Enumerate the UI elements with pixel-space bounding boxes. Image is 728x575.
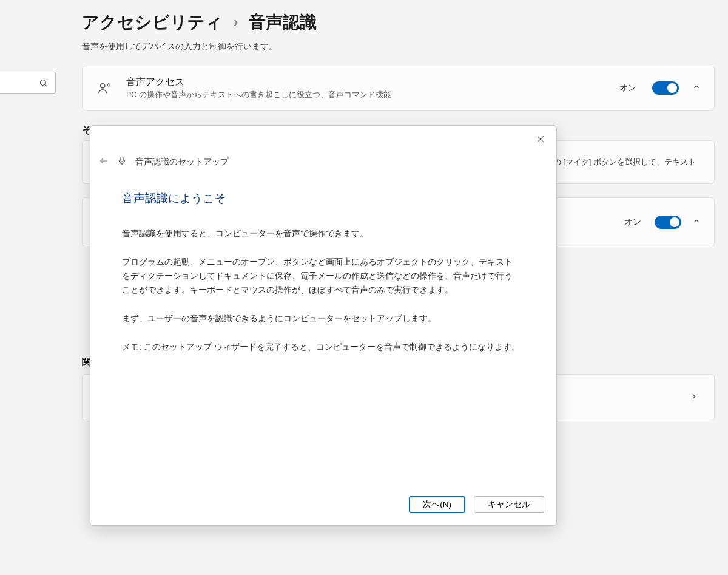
svg-line-1 (45, 84, 47, 86)
svg-rect-7 (121, 157, 123, 162)
cancel-button[interactable]: キャンセル (474, 496, 544, 513)
wizard-title: 音声認識のセットアップ (135, 157, 229, 168)
wizard-paragraph-1: 音声認識を使用すると、コンピューターを音声で操作できます。 (122, 226, 520, 240)
svg-point-0 (41, 80, 46, 85)
wizard-welcome-heading: 音声認識にようこそ (122, 189, 520, 208)
wizard-paragraph-3: まず、ユーザーの音声を認識できるようにコンピューターをセットアップします。 (122, 311, 520, 325)
search-icon (39, 78, 48, 87)
voice-access-icon (96, 81, 113, 95)
voice-access-subtitle: PC の操作や音声からテキストへの書き起こしに役立つ、音声コマンド機能 (126, 90, 606, 100)
voice-access-title: 音声アクセス (126, 76, 606, 89)
microphone-icon (117, 156, 127, 168)
wizard-paragraph-2: プログラムの起動、メニューのオープン、ボタンなど画面上にあるオブジェクトのクリッ… (122, 255, 520, 297)
speech-setup-wizard: 音声認識のセットアップ 音声認識にようこそ 音声認識を使用すると、コンピューター… (90, 125, 557, 526)
mic-hint-text: の [マイク] ボタンを選択して、テキスト (553, 157, 696, 168)
chevron-up-icon[interactable] (692, 217, 701, 228)
voice-access-toggle[interactable] (652, 81, 679, 95)
svg-point-2 (101, 84, 105, 88)
breadcrumb: アクセシビリティ › 音声認識 (0, 0, 728, 39)
chevron-up-icon[interactable] (692, 83, 701, 94)
close-button[interactable] (531, 129, 550, 149)
close-icon (536, 135, 545, 143)
voice-access-toggle-state: オン (619, 83, 636, 94)
back-button[interactable] (99, 156, 109, 168)
secondary-toggle-state: オン (624, 217, 641, 228)
breadcrumb-parent[interactable]: アクセシビリティ (82, 11, 223, 34)
breadcrumb-current: 音声認識 (249, 11, 317, 34)
page-description: 音声を使用してデバイスの入力と制御を行います。 (0, 39, 728, 66)
chevron-right-icon[interactable] (690, 392, 698, 403)
search-input[interactable] (0, 72, 56, 94)
wizard-paragraph-4: メモ: このセットアップ ウィザードを完了すると、コンピューターを音声で制御でき… (122, 340, 520, 354)
breadcrumb-separator-icon: › (234, 15, 238, 30)
secondary-toggle[interactable] (655, 216, 681, 229)
arrow-left-icon (99, 156, 109, 166)
next-button[interactable]: 次へ(N) (409, 496, 465, 513)
voice-access-card[interactable]: 音声アクセス PC の操作や音声からテキストへの書き起こしに役立つ、音声コマンド… (82, 66, 715, 111)
